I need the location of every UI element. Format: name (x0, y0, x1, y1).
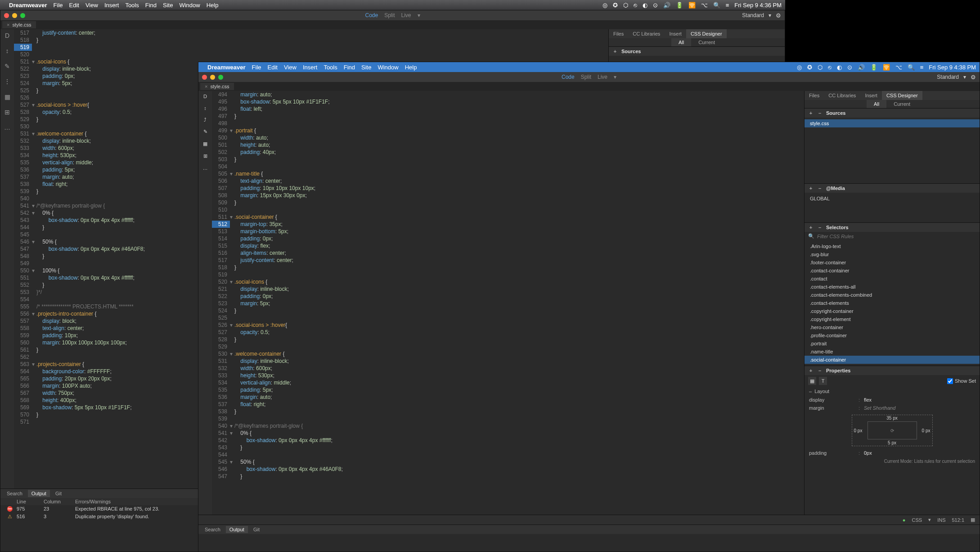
code-line[interactable]: 519 (212, 271, 804, 278)
remove-media-icon[interactable]: – (817, 186, 823, 191)
code-line[interactable]: 521 display: inline-block; (212, 285, 804, 293)
code-line[interactable]: 518 } (14, 36, 608, 44)
code-line[interactable]: 528 } (212, 336, 804, 343)
code-line[interactable]: 540▾/*@keyframes portrait-glow { (212, 422, 804, 430)
prop-value[interactable]: 0px (864, 450, 872, 456)
wifi-icon[interactable]: 🛜 (883, 64, 890, 71)
rail-tool-icon[interactable]: D (203, 94, 207, 99)
menu-window[interactable]: Window (179, 2, 200, 9)
app-name[interactable]: Dreamweaver (207, 64, 246, 71)
add-property-icon[interactable]: + (808, 368, 814, 373)
source-item[interactable]: style.css (805, 119, 980, 127)
menu-file[interactable]: File (54, 2, 63, 9)
prop-display[interactable]: display : flex (805, 396, 980, 404)
chevron-down-icon[interactable]: ▾ (963, 74, 966, 80)
code-line[interactable]: 527 opacity: 0.5; (212, 329, 804, 336)
file-tab[interactable]: × style.css (2, 21, 36, 28)
code-line[interactable]: 517 justify-content: center; (14, 29, 608, 36)
code-line[interactable]: 508 margin: 15px 0px 30px 0px; (212, 192, 804, 199)
code-line[interactable]: 539 (212, 415, 804, 422)
add-selector-icon[interactable]: + (808, 225, 814, 230)
close-tab-icon[interactable]: × (205, 84, 207, 89)
close-button[interactable] (4, 13, 9, 18)
selector-item[interactable]: .name-title (805, 348, 980, 356)
selector-item[interactable]: .Arin-logo-text (805, 242, 980, 250)
menu-insert[interactable]: Insert (104, 2, 119, 9)
status-icon[interactable]: ⎋ (828, 64, 832, 71)
code-line[interactable]: 534 vertical-align: middle; (212, 379, 804, 386)
tab-output[interactable]: Output (28, 490, 50, 497)
rail-tool-icon[interactable]: ▦ (203, 141, 207, 147)
media-item[interactable]: GLOBAL (805, 195, 980, 203)
code-line[interactable]: 547 } (212, 473, 804, 480)
battery-icon[interactable]: 🔋 (870, 64, 877, 71)
selector-item[interactable]: .hero-container (805, 323, 980, 331)
margin-left-value[interactable]: 0 px (854, 428, 863, 433)
tab-cc-libraries[interactable]: CC Libraries (824, 91, 860, 100)
menu-edit[interactable]: Edit (268, 64, 278, 71)
spotlight-icon[interactable]: 🔍 (713, 2, 720, 9)
status-ok-icon[interactable]: ● (903, 517, 906, 523)
tab-insert[interactable]: Insert (665, 29, 686, 38)
selector-item[interactable]: .contact-container (805, 267, 980, 275)
code-line[interactable]: 500 width: auto; (212, 134, 804, 141)
code-line[interactable]: 530▾.welcome-container { (212, 350, 804, 357)
code-line[interactable]: 494 margin: auto; (212, 91, 804, 98)
prop-value[interactable]: flex (864, 397, 872, 403)
subtab-current[interactable]: Current (886, 100, 917, 108)
code-line[interactable]: 519 (14, 44, 608, 51)
rail-tool-icon[interactable]: ↕ (204, 105, 207, 111)
battery-icon[interactable]: 🔋 (676, 2, 683, 9)
status-icon[interactable]: ⎋ (634, 2, 637, 9)
status-insert-mode[interactable]: INS (937, 517, 945, 523)
mode-code[interactable]: Code (365, 12, 378, 18)
status-overview-icon[interactable]: ▦ (971, 517, 975, 523)
code-editor[interactable]: 494 margin: auto;495 box-shadow: 5px 5px… (212, 91, 804, 515)
settings-icon[interactable]: ⚙ (971, 74, 976, 81)
selector-item[interactable]: .copyright-container (805, 307, 980, 315)
text-category-icon[interactable]: T (819, 377, 827, 385)
mode-live[interactable]: Live (401, 12, 411, 18)
minimize-button[interactable] (210, 75, 215, 80)
tab-git[interactable]: Git (250, 526, 263, 533)
spotlight-icon[interactable]: 🔍 (908, 64, 915, 71)
rail-tool-icon[interactable]: D (4, 32, 11, 39)
close-tab-icon[interactable]: × (7, 22, 9, 27)
subtab-current[interactable]: Current (691, 38, 722, 46)
add-source-icon[interactable]: + (808, 110, 814, 116)
settings-icon[interactable]: ⚙ (776, 12, 781, 19)
selector-item[interactable]: .contact-elements-all (805, 283, 980, 291)
selector-item[interactable]: .svg-blur (805, 250, 980, 258)
menu-view[interactable]: View (85, 2, 98, 9)
code-line[interactable]: 529 (212, 343, 804, 350)
mode-split[interactable]: Split (581, 74, 591, 80)
remove-selector-icon[interactable]: – (817, 225, 823, 230)
mode-live[interactable]: Live (598, 74, 607, 80)
selector-filter[interactable]: 🔍 Filter CSS Rules (805, 232, 980, 240)
tab-insert[interactable]: Insert (860, 91, 882, 100)
volume-icon[interactable]: 🔊 (663, 2, 670, 9)
code-line[interactable]: 503 } (212, 156, 804, 163)
status-icon[interactable]: ◎ (602, 2, 607, 9)
code-line[interactable]: 531 display: inline-block; (212, 357, 804, 365)
prop-margin[interactable]: margin : Set Shorthand (805, 404, 980, 412)
code-line[interactable]: 538 } (212, 408, 804, 415)
status-icon[interactable]: ◎ (797, 64, 802, 71)
code-line[interactable]: 532 width: 600px; (212, 365, 804, 372)
code-line[interactable]: 525 (212, 314, 804, 321)
code-line[interactable]: 498 (212, 120, 804, 127)
margin-box-widget[interactable]: 35 px 0 px 5 px 0 px ⟳ (852, 415, 933, 446)
code-line[interactable]: 495 box-shadow: 5px 5px 10px #1F1F1F; (212, 98, 804, 105)
volume-icon[interactable]: 🔊 (858, 64, 865, 71)
menu-window[interactable]: Window (378, 64, 398, 71)
code-line[interactable]: 515 display: flex; (212, 242, 804, 249)
rail-tool-icon[interactable]: ⊞ (203, 153, 207, 159)
status-icon[interactable]: ✪ (807, 64, 812, 71)
code-line[interactable]: 520▾.social-icons { (212, 278, 804, 285)
code-line[interactable]: 522 padding: 0px; (212, 293, 804, 300)
tab-css-designer[interactable]: CSS Designer (686, 29, 727, 38)
chevron-down-icon[interactable]: ▾ (928, 517, 931, 523)
workspace-switcher[interactable]: Standard (742, 12, 764, 18)
rail-tool-icon[interactable]: ⤴ (204, 117, 207, 122)
selectors-header[interactable]: + – Selectors (805, 223, 980, 232)
